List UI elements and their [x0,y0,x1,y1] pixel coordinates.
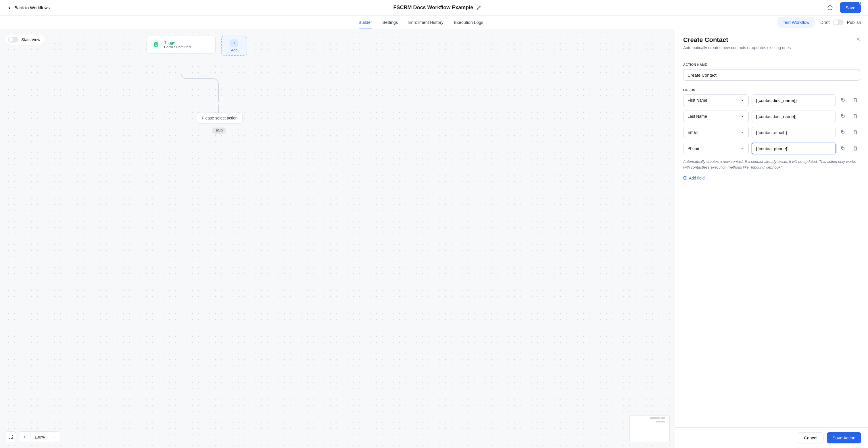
plus-icon: + [230,39,238,47]
tab-enrollment-history[interactable]: Enrollment History [408,16,443,28]
field-value-input[interactable] [752,95,836,106]
page-title: FSCRM Docs Workflow Example [394,5,473,11]
field-row: Phone [683,143,860,154]
fullscreen-button[interactable] [5,432,16,442]
tag-picker-button[interactable] [839,96,848,105]
action-name-input[interactable] [683,69,860,81]
trigger-title: Trigger [164,40,191,45]
delete-field-button[interactable] [851,96,860,105]
stats-toggle[interactable] [8,37,19,42]
back-label: Back to Workflows [14,5,50,10]
chevron-down-icon [740,98,744,102]
cancel-button[interactable]: Cancel [798,432,824,443]
field-name-select[interactable]: First Name [683,95,749,106]
chevron-left-icon [7,5,12,10]
tag-picker-button[interactable] [839,128,848,137]
field-value-input[interactable] [752,127,836,138]
trash-icon [853,146,858,151]
tag-icon [841,146,846,151]
chevron-down-icon [740,130,744,134]
panel-subtitle: Automatically creates new contacts or up… [683,45,860,50]
tag-icon [841,98,846,103]
minimap[interactable] [629,415,670,443]
svg-point-4 [842,131,842,132]
trigger-node[interactable]: Trigger Form Submitted [147,36,216,54]
zoom-controls: + 100% − [5,432,60,443]
field-row: First Name [683,95,860,106]
close-icon [855,36,861,42]
clock-icon [827,5,833,11]
tag-picker-button[interactable] [839,144,848,153]
subheader: Builder Settings Enrollment History Exec… [0,15,868,29]
panel-title: Create Contact [683,36,860,44]
select-action-node[interactable]: Please select action [197,112,243,124]
tag-picker-button[interactable] [839,112,848,121]
fields-hint: Automatically creates a new contact. If … [683,159,860,170]
edit-icon[interactable] [476,5,481,10]
tab-execution-logs[interactable]: Execution Logs [454,16,484,28]
trash-icon [853,114,858,119]
tab-builder[interactable]: Builder [359,16,372,28]
tab-settings[interactable]: Settings [382,16,398,28]
close-panel-button[interactable] [855,36,861,43]
chevron-down-icon [740,146,744,150]
zoom-level: 100% [30,432,49,443]
field-row: Email [683,127,860,138]
publish-toggle[interactable] [833,20,843,25]
workflow-canvas[interactable]: Stats View Trigger Form Submitted + Add [0,29,675,448]
form-icon [152,40,161,49]
field-name-select[interactable]: Phone [683,143,749,154]
trash-icon [853,98,858,103]
save-button[interactable]: Save [840,2,861,13]
trigger-subtitle: Form Submitted [164,45,191,49]
back-link[interactable]: Back to Workflows [7,5,50,10]
chevron-down-icon [740,114,744,118]
tag-icon [841,114,846,119]
test-workflow-button[interactable]: Test Workflow [777,17,814,28]
field-value-input[interactable] [752,110,836,122]
action-name-label: ACTION NAME [683,63,860,66]
svg-point-5 [842,147,842,148]
delete-field-button[interactable] [851,128,860,137]
draft-label: Draft [820,20,830,25]
app-header: Back to Workflows FSCRM Docs Workflow Ex… [0,0,868,15]
stats-view-toggle[interactable]: Stats View [5,34,45,45]
fullscreen-icon [8,435,13,439]
trash-icon [853,130,858,135]
delete-field-button[interactable] [851,112,860,121]
end-node: END [212,128,226,134]
publish-label: Publish [847,20,861,25]
connector-lines [147,56,247,116]
field-name-select[interactable]: Email [683,127,749,138]
svg-point-2 [842,99,842,100]
zoom-in-button[interactable]: + [19,432,30,443]
unsaved-indicator [859,2,862,5]
zoom-out-button[interactable]: − [49,432,60,443]
add-trigger-button[interactable]: + Add [221,36,247,56]
delete-field-button[interactable] [851,144,860,153]
save-action-button[interactable]: Save Action [827,432,861,443]
tag-icon [841,130,846,135]
fields-label: FIELDS [683,88,860,92]
plus-circle-icon [683,176,687,180]
field-row: Last Name [683,110,860,122]
main-tabs: Builder Settings Enrollment History Exec… [359,16,484,28]
action-panel: Create Contact Automatically creates new… [675,29,868,448]
field-name-select[interactable]: Last Name [683,110,749,122]
field-value-input[interactable] [752,143,836,154]
add-field-button[interactable]: Add field [683,176,860,180]
history-button[interactable] [825,3,835,13]
svg-point-3 [842,115,842,116]
